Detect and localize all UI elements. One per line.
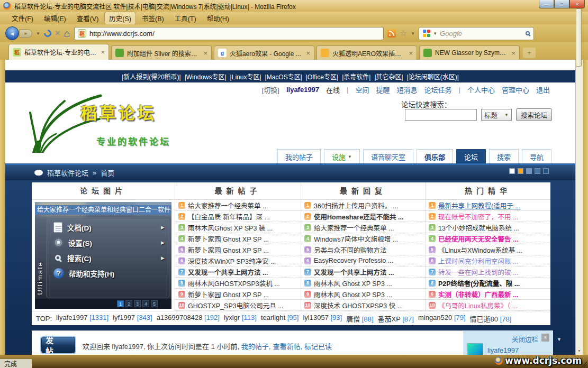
welcome-link[interactable]: 标记已读 <box>304 341 332 351</box>
thread-link[interactable]: 又发现一个共享上网方法 ... <box>314 267 394 277</box>
list-item[interactable]: 5 另类与众不同的购物方法 <box>301 244 425 255</box>
tab-voice-chat[interactable]: 语音聊天室 <box>363 149 413 163</box>
tab-search[interactable]: 搜索 <box>489 149 519 163</box>
tab-navigation[interactable]: 导航 <box>522 149 551 163</box>
style-switch-square[interactable] <box>526 168 532 174</box>
top-poster-name[interactable]: lyl13057 <box>303 314 328 321</box>
list-item[interactable]: 5 新萝卜家园 Ghost XP SP ... <box>175 244 301 255</box>
thread-link[interactable]: Windows7简体中文旗舰增 ... <box>314 234 398 244</box>
list-item[interactable]: 2 现在帐号不加密了，不用 ... <box>426 211 550 222</box>
top-poster-name[interactable]: lyf1997 <box>113 314 135 321</box>
menu-item[interactable]: 文件(F) <box>7 12 38 24</box>
list-item[interactable]: 10 GHOSTXP_SP3电脑公司元旦 ... <box>175 300 301 311</box>
thread-link[interactable]: 使用Homeshare还是不能共 ... <box>314 211 403 222</box>
new-tab-button[interactable]: + <box>523 48 536 58</box>
thread-link[interactable]: 雨林木风 Ghost XP SP3 ... <box>314 289 392 299</box>
list-item[interactable]: 2 使用Homeshare还是不能共 ... <box>301 211 425 222</box>
style-switch-square[interactable] <box>543 168 549 174</box>
menu-item[interactable]: 查看(V) <box>73 12 103 24</box>
thread-link[interactable]: 新萝卜家园 Ghost XP SP ... <box>188 245 269 255</box>
search-placeholder[interactable]: Google <box>440 30 523 38</box>
minimize-button[interactable]: — <box>539 0 554 8</box>
list-item[interactable]: 7 又发现一个共享上网方法 ... <box>301 266 425 278</box>
browser-tab[interactable]: g 火狐aero效果 - Google ... × <box>214 45 314 60</box>
list-item[interactable]: 9 新萝卜家园 Ghost XP SP ... <box>175 289 301 300</box>
list-item[interactable]: 8 雨林木风GHOSTXPSP3装机 ... <box>175 278 301 289</box>
forum-section-link[interactable]: |其它杂区| <box>374 72 403 81</box>
style-switch-square[interactable] <box>509 168 515 174</box>
list-item[interactable]: 1 给大家推荐一个经典菜单 ... <box>175 200 301 211</box>
close-sidebar-link[interactable]: 关闭边栏 <box>512 334 538 344</box>
back-button[interactable]: ◄ <box>5 26 19 40</box>
top-poster-name[interactable]: 情已逝80 <box>470 315 498 323</box>
breadcrumb-page-link[interactable]: 首页 <box>101 168 114 178</box>
user-bar-link[interactable]: 个人中心 <box>467 85 495 95</box>
list-item[interactable]: 4 Windows7简体中文旗舰增 ... <box>301 233 425 244</box>
list-item[interactable]: 6 EasyRecovery Professio ... <box>301 255 425 266</box>
menu-item[interactable]: 书签(B) <box>138 12 168 24</box>
forum-section-link[interactable]: |MacOS专区| <box>265 72 302 81</box>
thread-link[interactable]: P2P终结者(分配流量、限 ... <box>438 278 520 288</box>
user-bar-link[interactable]: | <box>347 86 348 94</box>
image-pager-square[interactable]: 3 <box>134 300 141 307</box>
maximize-button[interactable]: □ <box>554 0 569 8</box>
list-item[interactable]: 3 雨林木风Ghost XP SP3 装 ... <box>175 222 301 233</box>
thread-link[interactable]: 转发一些在网上找到的破 ... <box>438 267 518 277</box>
user-bar-link[interactable]: 空间 <box>356 85 369 95</box>
welcome-link[interactable]: 我的帖子, <box>241 341 271 351</box>
tab-close-icon[interactable]: × <box>409 49 413 57</box>
thread-link[interactable]: 已经使用两天无安全警告 ... <box>438 234 518 244</box>
top-poster-name[interactable]: mingan520 <box>418 314 452 321</box>
forum-section-link[interactable]: |Office专区| <box>306 72 338 81</box>
style-switch-square[interactable] <box>518 168 523 174</box>
top-poster-name[interactable]: tearlight <box>261 314 285 321</box>
reload-button[interactable] <box>42 28 53 39</box>
breadcrumb-site-link[interactable]: 稻草软件论坛 <box>47 168 88 178</box>
title-bar[interactable]: 稻草软件论坛-专业的电脑交流社区 软件|技术|电脑|交流|Windows 7|系… <box>0 0 588 12</box>
user-bar-link[interactable]: | <box>459 86 460 94</box>
list-item[interactable]: 10 《乌哥的Linux私房菜》（ ... <box>426 300 550 311</box>
user-bar-link[interactable]: 退出 <box>536 85 550 95</box>
thread-link[interactable]: 13个小妙招成就电脑系统 ... <box>438 223 519 233</box>
browser-tab[interactable]: 附加组件 Silver 的搜索结... × <box>111 45 212 60</box>
search-engine-dropdown-icon[interactable]: ▼ <box>433 31 437 36</box>
thread-link[interactable]: 实测（非转载）广西最新 ... <box>438 289 518 299</box>
close-icon[interactable]: × <box>541 334 549 342</box>
browser-tab[interactable]: 稻 稻草软件论坛-专业的电脑... × <box>8 44 109 60</box>
page-scrollbar[interactable]: ▲ ▼ <box>575 60 583 355</box>
thread-link[interactable]: EasyRecovery Professio ... <box>314 257 393 264</box>
resize-grip[interactable] <box>582 362 587 367</box>
list-item[interactable]: 6 上课时间充分利用空闲账 ... <box>426 255 550 266</box>
thread-link[interactable]: 给大家推荐一个经典菜单 ... <box>188 200 268 210</box>
forum-image[interactable]: 给大家推荐一个经典菜单和经典窗口二合一软件 文档(D) ▶ 设置(S) ▶ <box>35 202 171 309</box>
thread-link[interactable]: 《乌哥的Linux私房菜》（ ... <box>438 300 518 310</box>
scrollbar-thumb[interactable] <box>576 8 582 67</box>
bookmark-dropdown-icon[interactable]: ▼ <box>411 31 415 36</box>
thread-link[interactable]: 雨林木风Ghost XP SP3 装 ... <box>188 223 273 233</box>
quick-search-category-select[interactable]: 标题 ▼ <box>481 109 512 121</box>
thread-link[interactable]: 雨林木风GHOSTXPSP3装机 ... <box>188 278 280 288</box>
quick-search-button[interactable]: 搜索论坛 <box>516 108 552 121</box>
thread-link[interactable]: 【白金品质 新年精品】深 ... <box>188 211 270 222</box>
thread-link[interactable]: 给大家推荐一个经典菜单 ... <box>314 223 394 233</box>
user-bar-link[interactable]: 短消息 <box>397 85 418 95</box>
tab-facilities[interactable]: 设施▼ <box>324 149 360 163</box>
list-item[interactable]: 9 雨林木风 Ghost XP SP3 ... <box>301 289 425 300</box>
forward-button[interactable]: ► <box>20 29 32 38</box>
tab-close-icon[interactable]: × <box>101 48 105 56</box>
thread-link[interactable]: 360扫描并上传用户资料， ... <box>314 200 399 210</box>
search-magnifier-icon[interactable] <box>526 31 530 35</box>
tab-forum[interactable]: 论坛 <box>456 149 486 163</box>
list-item[interactable]: 1 360扫描并上传用户资料， ... <box>301 200 425 211</box>
bookmark-star-icon[interactable]: ☆ <box>400 29 407 38</box>
forum-section-link[interactable]: |杀毒软件| <box>342 72 370 81</box>
list-item[interactable]: 5 《Linux与XWindow系统基 ... <box>426 244 550 255</box>
thread-link[interactable]: 另类与众不同的购物方法 <box>314 245 387 255</box>
list-item[interactable]: 8 雨林木风 Ghost XP SP3 ... <box>301 278 425 289</box>
user-bar-link[interactable]: liyafe1997 <box>286 86 319 94</box>
forum-section-link[interactable]: |Windows专区| <box>185 72 227 81</box>
rss-icon[interactable] <box>387 29 396 38</box>
list-item[interactable]: 9 实测（非转载）广西最新 ... <box>426 289 550 300</box>
image-pager-square[interactable]: 5 <box>151 300 158 307</box>
scroll-down-arrow[interactable]: ▼ <box>576 347 583 355</box>
